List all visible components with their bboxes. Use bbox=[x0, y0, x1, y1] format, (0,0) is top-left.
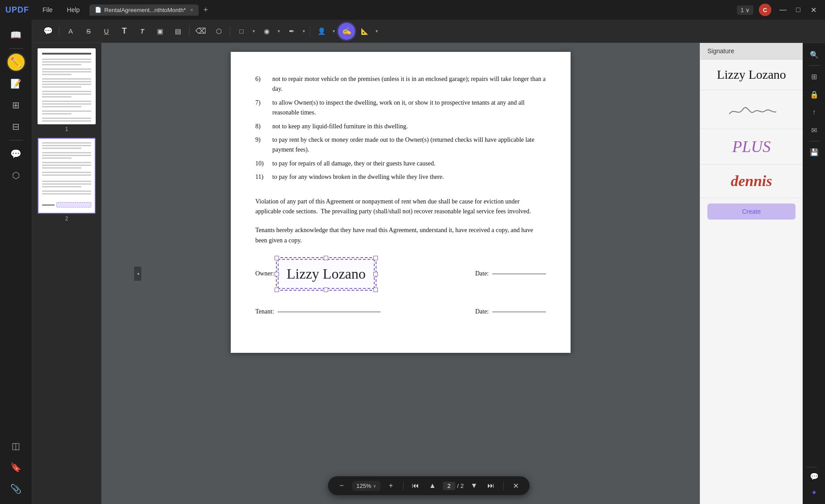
minimize-button[interactable]: — bbox=[777, 4, 789, 16]
person-tool-group[interactable]: 👤 ▾ bbox=[313, 23, 337, 40]
signature-tool-button[interactable]: ✍ bbox=[338, 23, 355, 40]
page-next-button[interactable]: ▼ bbox=[467, 479, 481, 492]
tab-document[interactable]: 📄 RentalAgreement...nthtoMonth* × bbox=[89, 4, 199, 16]
zoom-level-display[interactable]: 125% ∨ bbox=[352, 481, 381, 491]
nav-close-button[interactable]: ✕ bbox=[509, 479, 522, 492]
tab-close-button[interactable]: × bbox=[190, 7, 193, 13]
pen-tool-button[interactable]: ✒ bbox=[283, 23, 300, 40]
signature-create-button[interactable]: Create bbox=[707, 203, 795, 220]
zoom-dropdown-arrow[interactable]: ∨ bbox=[373, 483, 376, 488]
person-tool-arrow[interactable]: ▾ bbox=[330, 23, 337, 40]
measure-tool-group[interactable]: 📐 ▾ bbox=[356, 23, 380, 40]
sidebar-bookmark-icon[interactable]: 🔖 bbox=[6, 457, 26, 477]
signature-option-handwritten[interactable] bbox=[700, 90, 803, 129]
pen-tool-group[interactable]: ✒ ▾ bbox=[283, 23, 307, 40]
eraser-tool-button[interactable]: ⌫ bbox=[192, 23, 209, 40]
zoom-in-button[interactable]: + bbox=[384, 479, 398, 492]
handle-bm[interactable] bbox=[324, 288, 328, 292]
sidebar-organize-icon[interactable]: ⊟ bbox=[6, 117, 26, 136]
sidebar-edit-icon[interactable]: 📝 bbox=[6, 74, 26, 93]
window-controls: — □ ✕ bbox=[777, 4, 820, 16]
measure-tool-arrow[interactable]: ▾ bbox=[373, 23, 380, 40]
thumbnail-1-number: 1 bbox=[65, 126, 68, 132]
signature-panel: Signature Lizzy Lozano PLUS denn bbox=[700, 43, 803, 504]
rect-tool-button[interactable]: □ bbox=[233, 23, 250, 40]
comment-right-button[interactable]: 💬 bbox=[806, 468, 822, 484]
tab-label: RentalAgreement...nthtoMonth* bbox=[104, 7, 186, 13]
handle-tr[interactable] bbox=[373, 256, 378, 260]
sidebar-annotate-icon[interactable]: ✏️ bbox=[6, 52, 26, 72]
owner-label: Owner: bbox=[255, 269, 274, 279]
zoom-out-button[interactable]: − bbox=[335, 479, 348, 492]
tenant-date-label: Date: bbox=[475, 307, 489, 317]
handle-mr[interactable] bbox=[373, 272, 378, 276]
titlebar: UPDF File Help 📄 RentalAgreement...nthto… bbox=[0, 0, 825, 20]
right-toolbar: 🔍 ⊞ 🔒 ↑ ✉ 💾 💬 ✦ bbox=[803, 43, 825, 504]
new-tab-button[interactable]: + bbox=[200, 4, 211, 15]
sidebar-extract-icon[interactable]: ⬡ bbox=[6, 165, 26, 185]
color-tool-group[interactable]: ◉ ▾ bbox=[258, 23, 282, 40]
rect-tool-group[interactable]: □ ▾ bbox=[233, 23, 257, 40]
signature-option-plus[interactable]: PLUS bbox=[700, 129, 803, 165]
maximize-button[interactable]: □ bbox=[792, 4, 804, 16]
handle-ml[interactable] bbox=[275, 272, 279, 276]
owner-signature-box[interactable]: Lizzy Lozano bbox=[278, 259, 375, 289]
measure-tool-button[interactable]: 📐 bbox=[356, 23, 373, 40]
nav-divider-2 bbox=[503, 481, 503, 490]
sidebar-reader-icon[interactable]: 📖 bbox=[6, 25, 26, 45]
save-right-button[interactable]: 💾 bbox=[806, 144, 822, 160]
pdf-viewer[interactable]: 6) not to repair motor vehicle on the pr… bbox=[102, 43, 700, 504]
signature-lizzy-text: Lizzy Lozano bbox=[717, 68, 786, 82]
tab-bar: 📄 RentalAgreement...nthtoMonth* × + bbox=[89, 4, 732, 16]
toolbar-sep-2 bbox=[189, 26, 190, 37]
signature-panel-header: Signature bbox=[700, 43, 803, 59]
page-number-input[interactable] bbox=[443, 482, 455, 490]
menu-file[interactable]: File bbox=[38, 4, 57, 15]
protect-right-button[interactable]: 🔒 bbox=[806, 86, 822, 102]
handle-br[interactable] bbox=[373, 288, 378, 292]
text-tool-button[interactable]: T bbox=[116, 23, 133, 40]
thumbnail-page-1[interactable]: 1 bbox=[36, 48, 97, 132]
highlight-tool-button[interactable]: A bbox=[62, 23, 79, 40]
color-tool-arrow[interactable]: ▾ bbox=[275, 23, 282, 40]
sidebar-attachment-icon[interactable]: 📎 bbox=[6, 479, 26, 499]
color-tool-button[interactable]: ◉ bbox=[258, 23, 275, 40]
page-last-button[interactable]: ⏭ bbox=[484, 479, 498, 492]
signature-option-dennis[interactable]: dennis bbox=[700, 165, 803, 198]
scan-right-button[interactable]: ⊞ bbox=[806, 68, 822, 85]
handle-tm[interactable] bbox=[324, 256, 328, 260]
sidebar-comment-icon[interactable]: 💬 bbox=[6, 144, 26, 164]
email-right-button[interactable]: ✉ bbox=[806, 122, 822, 138]
menu-help[interactable]: Help bbox=[63, 4, 85, 15]
textbox2-tool-button[interactable]: ▤ bbox=[169, 23, 186, 40]
text-tool2-button[interactable]: T bbox=[134, 23, 151, 40]
sidebar-layers-icon[interactable]: ◫ bbox=[6, 436, 26, 456]
brand-right-button[interactable]: ✦ bbox=[806, 484, 822, 500]
close-button[interactable]: ✕ bbox=[807, 4, 820, 16]
strikethrough-tool-button[interactable]: S bbox=[80, 23, 97, 40]
handle-bl[interactable] bbox=[275, 288, 279, 292]
pen-tool-arrow[interactable]: ▾ bbox=[300, 23, 307, 40]
page-first-button[interactable]: ⏮ bbox=[409, 479, 422, 492]
signature-dennis-text: dennis bbox=[731, 173, 772, 190]
page-prev-button[interactable]: ▲ bbox=[426, 479, 439, 492]
content-area: 1 bbox=[32, 43, 825, 504]
textbox-tool-button[interactable]: ▣ bbox=[152, 23, 169, 40]
underline-tool-button[interactable]: U bbox=[98, 23, 115, 40]
stamp-tool-button[interactable]: ⬡ bbox=[210, 23, 227, 40]
handle-tl[interactable] bbox=[275, 256, 279, 260]
nav-divider-1 bbox=[403, 481, 403, 490]
collapse-panel-arrow[interactable]: ◂ bbox=[134, 267, 141, 281]
rect-tool-arrow[interactable]: ▾ bbox=[250, 23, 257, 40]
search-right-button[interactable]: 🔍 bbox=[806, 47, 822, 63]
pdf-signature-area: Owner: bbox=[255, 259, 546, 317]
comment-tool-button[interactable]: 💬 bbox=[39, 23, 56, 40]
thumbnail-page-2[interactable]: 2 bbox=[36, 138, 97, 222]
signature-option-lizzy[interactable]: Lizzy Lozano bbox=[700, 59, 803, 90]
sidebar-pages-icon[interactable]: ⊞ bbox=[6, 95, 26, 115]
app-logo: UPDF bbox=[5, 5, 29, 15]
user-avatar[interactable]: C bbox=[759, 4, 771, 16]
share-right-button[interactable]: ↑ bbox=[806, 104, 822, 120]
person-tool-button[interactable]: 👤 bbox=[313, 23, 330, 40]
page-nav[interactable]: 1 ∨ bbox=[737, 5, 753, 15]
